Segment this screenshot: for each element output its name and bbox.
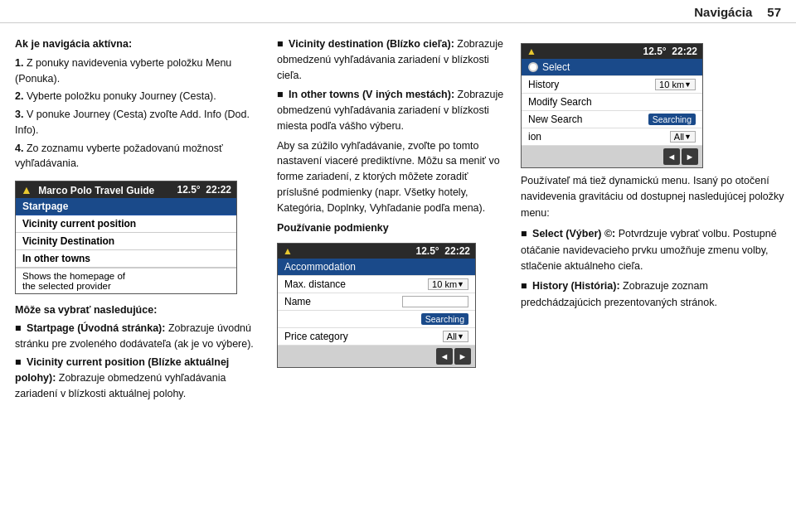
nav-screen-2: ▲ 12.5° 22:22 Accommodation Max. distanc… <box>277 243 476 368</box>
nav-screen-1: ▲ Marco Polo Travel Guide 12.5° 22:22 St… <box>15 181 237 294</box>
nav3-new-search: New Search Searching <box>522 111 702 128</box>
step-3: 3. V ponuke Journey (Cesta) zvoľte Add. … <box>15 107 264 138</box>
nav2-accommodation: Accommodation <box>278 259 475 276</box>
searching-badge-2: Searching <box>421 313 468 325</box>
mid-bullets: ■ Vicinity destination (Blízko cieľa): Z… <box>277 36 511 138</box>
nav3-nav-buttons: ◄ ► <box>522 146 702 167</box>
warn-icon: ▲ <box>21 183 32 196</box>
step-2: 2. Vyberte položku ponuky Journey (Cesta… <box>15 89 264 104</box>
right-para-select: ■ Select (Výber) ©: Potvrdzuje vybrať vo… <box>521 226 788 274</box>
mid-main-text: Aby sa zúžilo vyhľadávanie, zvoľte po to… <box>277 138 511 216</box>
right-para-1: Používateľ má tiež dynamickú menu. Isaný… <box>521 173 788 221</box>
nav-next-btn-2[interactable]: ► <box>454 348 471 365</box>
bullet-vicinity-current: ■ Vicinity current position (Blízke aktu… <box>15 355 264 401</box>
bullet-other-towns: ■ In other towns (V iných mestách): Zobr… <box>277 87 511 133</box>
bullet-startpage: ■ Startpage (Úvodná stránka): Zobrazuje … <box>15 321 264 352</box>
nav3-ion: ion All ▼ <box>522 128 702 146</box>
nav-row-other-towns: In other towns <box>16 250 236 268</box>
bottom-section-title: Môže sa vybrať nasledujúce: <box>15 302 264 318</box>
nav-screen-1-header: ▲ Marco Polo Travel Guide 12.5° 22:22 <box>16 181 236 198</box>
nav-row-vicinity-current: Vicinity current position <box>16 215 236 233</box>
nav2-price-category: Price category All ▼ <box>278 328 475 346</box>
right-para-history: ■ History (História): Zobrazuje zoznam p… <box>521 278 788 311</box>
nav3-history: History 10 km ▼ <box>522 76 702 94</box>
page-number: 57 <box>767 5 781 19</box>
nav2-nav-buttons: ◄ ► <box>278 346 475 367</box>
bullet-vicinity-dest: ■ Vicinity destination (Blízko cieľa): Z… <box>277 36 511 83</box>
nav2-name: Name <box>278 293 475 311</box>
right-text-content: Používateľ má tiež dynamickú menu. Isaný… <box>521 173 788 311</box>
nav-row-startpage: Startpage <box>16 198 236 215</box>
searching-badge-3: Searching <box>648 114 696 125</box>
warn-icon-2: ▲ <box>283 245 293 257</box>
left-intro: Ak je navigácia aktívna: <box>15 36 264 52</box>
nav-row-vicinity-dest: Vicinity Destination <box>16 233 236 250</box>
nav-prev-btn-3[interactable]: ◄ <box>663 148 680 165</box>
step-1: 1. Z ponuky navidevenia vyberte položku … <box>15 56 264 87</box>
left-column: Ak je navigácia aktívna: 1. Z ponuky nav… <box>15 36 264 524</box>
nav-screen-3-header: ▲ 12.5° 22:22 <box>522 44 702 59</box>
nav3-modify-search: Modify Search <box>522 94 702 111</box>
nav-screen-3: ▲ 12.5° 22:22 Select History 10 km ▼ Mod… <box>521 43 703 168</box>
nav-screen-2-header: ▲ 12.5° 22:22 <box>278 244 475 259</box>
left-bullets: ■ Startpage (Úvodná stránka): Zobrazuje … <box>15 321 264 402</box>
nav2-optional: Searching <box>278 311 475 328</box>
mid-column: ■ Vicinity destination (Blízko cieľa): Z… <box>270 36 511 524</box>
nav-prev-btn-2[interactable]: ◄ <box>436 348 453 365</box>
radio-select <box>528 62 538 72</box>
step-4: 4. Zo zoznamu vyberte požadovanú možnosť… <box>15 141 264 172</box>
right-column: ▲ 12.5° 22:22 Select History 10 km ▼ Mod… <box>517 36 788 524</box>
nav-screen-1-footer: Shows the homepage ofthe selected provid… <box>16 268 236 293</box>
nav2-max-distance: Max. distance 10 km ▼ <box>278 276 475 293</box>
page-title: Navigácia <box>694 5 752 19</box>
warn-icon-3: ▲ <box>527 46 536 57</box>
nav-next-btn-3[interactable]: ► <box>682 148 698 165</box>
nav3-select: Select <box>522 59 702 76</box>
mid-section-title: Používanie podmienky <box>277 220 511 236</box>
page-header: Navigácia 57 <box>0 0 796 23</box>
steps-list: 1. Z ponuky navidevenia vyberte položku … <box>15 56 264 174</box>
main-content: Ak je navigácia aktívna: 1. Z ponuky nav… <box>0 27 796 532</box>
